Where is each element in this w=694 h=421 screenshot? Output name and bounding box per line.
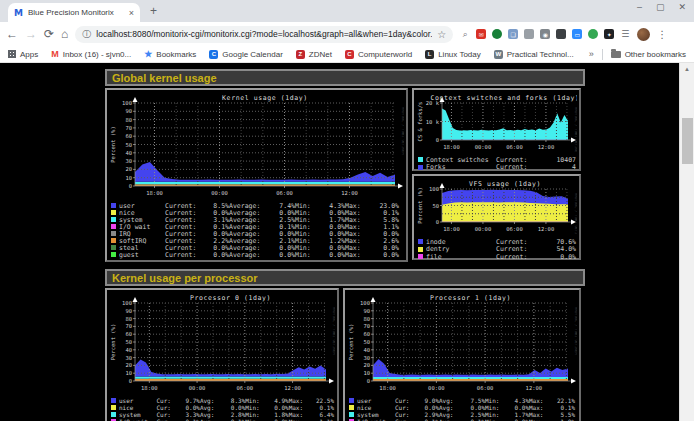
legend-series-name: guest — [119, 251, 165, 259]
new-tab-button[interactable]: + — [150, 4, 157, 18]
svg-text:90: 90 — [363, 308, 370, 314]
graph-cell-processor-1[interactable]: 010203040506070809010018:0000:0006:0012:… — [343, 288, 581, 421]
forward-button[interactable]: → — [25, 28, 37, 40]
legend-stat-label: Current: — [165, 251, 205, 259]
processor-0-legend: userCur:9.7%Avg:8.3%Min:4.9%Max:22.5%nic… — [109, 397, 335, 421]
back-button[interactable]: ← — [6, 28, 18, 40]
legend-stat-value: 9.0% — [415, 397, 439, 404]
svg-text:12:00: 12:00 — [341, 190, 358, 196]
box-extension-icon[interactable] — [524, 29, 534, 39]
window-close-icon[interactable]: ✕ — [678, 2, 686, 12]
legend-stat-label: Avg: — [200, 397, 222, 404]
svg-text:RRDTOOL / TOBI OETIKER: RRDTOOL / TOBI OETIKER — [332, 307, 335, 355]
graph-cell-processor-0[interactable]: 010203040506070809010018:0000:0006:0012:… — [105, 288, 339, 421]
eye-extension-icon[interactable]: ◉ — [540, 29, 550, 39]
processor-1-graph[interactable]: 010203040506070809010018:0000:0006:0012:… — [347, 292, 577, 393]
legend-stat-value: 0.0% — [505, 404, 529, 411]
legend-stat-value: 0.0% — [461, 404, 485, 411]
globe-extension-icon[interactable] — [492, 29, 502, 39]
svg-text:VFS usage (1day): VFS usage (1day) — [469, 180, 541, 188]
processor-1-legend: userCur:9.0%Avg:7.5%Min:4.3%Max:22.1%nic… — [347, 397, 577, 421]
bookmark-item[interactable]: MInbox (16) - sjvn0... — [51, 50, 131, 59]
tab-list-icon[interactable]: ☰ — [620, 29, 630, 39]
vfs-usage-graph[interactable]: 05010018:0000:0006:0012:00VFS usage (1da… — [416, 178, 577, 234]
svg-text:12:00: 12:00 — [538, 226, 555, 232]
svg-text:90: 90 — [125, 108, 132, 114]
scrollbar-thumb[interactable] — [682, 118, 693, 164]
bookmark-item[interactable]: ZZDNet — [296, 50, 332, 59]
window-minimize-icon[interactable]: – — [637, 2, 642, 12]
bookmark-item[interactable]: Apps — [8, 50, 38, 59]
legend-swatch — [111, 405, 116, 410]
browser-tab[interactable]: M Blue Precision Monitorix × — [8, 3, 140, 22]
apps-grid-icon — [8, 50, 16, 58]
bookmark-item[interactable]: CGoogle Calendar — [209, 50, 282, 59]
meet-extension-icon[interactable]: ▭ — [572, 29, 582, 39]
pages-extension-icon[interactable]: ❏ — [508, 29, 518, 39]
bookmark-star-icon[interactable]: ☆ — [437, 29, 446, 40]
bookmark-item[interactable]: LLinux Today — [425, 50, 481, 59]
dark-extension-icon[interactable] — [556, 29, 566, 39]
bookmark-label: Apps — [20, 50, 38, 59]
bookmarks-divider — [602, 49, 603, 60]
svg-text:50: 50 — [125, 339, 132, 345]
browser-menu-icon[interactable]: ⋮ — [657, 29, 667, 40]
svg-text:00:00: 00:00 — [428, 385, 445, 391]
legend-stat-label: Current: — [496, 253, 540, 261]
tab-strip: M Blue Precision Monitorix × + – ▢ ✕ — [0, 0, 694, 22]
tab-title: Blue Precision Monitorix — [28, 8, 124, 17]
legend-swatch — [111, 238, 116, 243]
svg-text:00:00: 00:00 — [475, 144, 492, 150]
tab-close-icon[interactable]: × — [129, 8, 134, 18]
address-bar[interactable]: ⓘ localhost:8080/monitorix-cgi/monitorix… — [75, 26, 453, 43]
mail-extension-icon[interactable]: ✉ — [476, 29, 486, 39]
url-text[interactable]: localhost:8080/monitorix-cgi/monitorix.c… — [96, 29, 432, 39]
processor-0-graph[interactable]: 010203040506070809010018:0000:0006:0012:… — [109, 292, 335, 393]
svg-text:Percent (%): Percent (%) — [110, 324, 116, 360]
page-info-icon[interactable]: ⓘ — [82, 28, 91, 41]
legend-stat-value: 2.9% — [415, 411, 439, 418]
svg-text:Processor 0 (1day): Processor 0 (1day) — [190, 294, 271, 302]
green-extension-icon[interactable] — [588, 29, 598, 39]
svg-text:06:00: 06:00 — [506, 226, 523, 232]
bookmark-item[interactable]: CComputerworld — [345, 50, 412, 59]
bookmark-item[interactable]: ★Bookmarks — [144, 50, 196, 59]
legend-series-name: Forks — [426, 163, 496, 171]
svg-text:Processor 1 (1day): Processor 1 (1day) — [430, 294, 511, 302]
home-button[interactable]: ⌂ — [61, 28, 68, 40]
other-bookmarks-button[interactable]: Other bookmarks — [611, 50, 686, 59]
pin-extension-icon[interactable]: ✦ — [604, 29, 614, 39]
graph-cell-vfs-usage[interactable]: 05010018:0000:0006:0012:00VFS usage (1da… — [412, 174, 581, 260]
vfs-usage-legend: inodeCurrent:70.6%dentryCurrent:54.0%fil… — [416, 238, 577, 261]
scrollbar-up-icon[interactable]: ▲ — [680, 63, 694, 76]
graph-cell-kernel-usage[interactable]: 010203040506070809010018:0000:0006:0012:… — [105, 88, 408, 262]
legend-stat-label: Avg: — [439, 404, 461, 411]
svg-text:06:00: 06:00 — [276, 190, 293, 196]
bookmarks-overflow-icon[interactable]: » — [589, 49, 594, 59]
legend-stat-label: Max: — [529, 404, 551, 411]
legend-stat-value: 2.8% — [222, 411, 246, 418]
reload-button[interactable]: ⟳ — [44, 28, 54, 40]
svg-text:60: 60 — [363, 331, 370, 337]
svg-text:100: 100 — [360, 300, 370, 306]
legend-stat-value: 4.9% — [265, 397, 289, 404]
context-switches-graph[interactable]: 010 k20 k18:0000:0006:0012:00Context swi… — [416, 92, 577, 152]
monitorix-favicon: M — [14, 8, 23, 18]
bookmark-label: Inbox (16) - sjvn0... — [63, 50, 131, 59]
svg-text:30: 30 — [125, 158, 132, 164]
section-kernel-per-processor: Kernel usage per processor 0102030405060… — [105, 269, 585, 421]
legend-row-system: systemCur:3.3%Avg:2.8%Min:1.8%Max:6.4% — [110, 411, 334, 418]
svg-text:40: 40 — [125, 150, 132, 156]
profile-avatar[interactable] — [637, 28, 650, 41]
search-extension-icon[interactable]: ⌕ — [460, 29, 470, 39]
legend-stat-label: Cur: — [395, 411, 415, 418]
legend-stat-label: Cur: — [156, 397, 176, 404]
bookmark-item[interactable]: WPractical Technol... — [494, 50, 574, 59]
window-maximize-icon[interactable]: ▢ — [656, 2, 665, 12]
kernel-usage-graph[interactable]: 010203040506070809010018:0000:0006:0012:… — [109, 92, 404, 198]
page-content: Global kernel usage 01020304050607080901… — [0, 63, 694, 421]
legend-stat-value: 8.3% — [222, 397, 246, 404]
page-scrollbar[interactable]: ▲ — [679, 63, 694, 421]
graph-cell-context-switches[interactable]: 010 k20 k18:0000:0006:0012:00Context swi… — [412, 88, 581, 171]
svg-text:20: 20 — [125, 362, 132, 368]
